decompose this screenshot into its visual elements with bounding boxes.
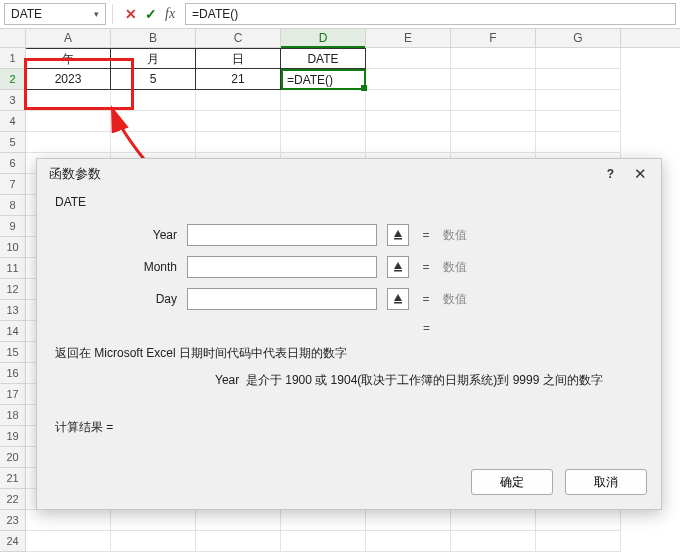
row-header[interactable]: 21: [0, 468, 26, 489]
close-icon[interactable]: ✕: [628, 165, 653, 183]
cell[interactable]: [536, 48, 621, 69]
col-header-d[interactable]: D: [281, 29, 366, 47]
arg-input-year[interactable]: [187, 224, 377, 246]
row-header[interactable]: 10: [0, 237, 26, 258]
row-header[interactable]: 7: [0, 174, 26, 195]
cell[interactable]: [451, 510, 536, 531]
chevron-down-icon[interactable]: ▾: [94, 9, 99, 19]
cell[interactable]: [26, 90, 111, 111]
row-header[interactable]: 16: [0, 363, 26, 384]
row-header[interactable]: 3: [0, 90, 26, 111]
name-box[interactable]: DATE ▾: [4, 3, 106, 25]
cell[interactable]: [366, 531, 451, 552]
cell[interactable]: DATE: [281, 48, 366, 69]
row-header[interactable]: 6: [0, 153, 26, 174]
cell[interactable]: [451, 132, 536, 153]
cell[interactable]: [111, 510, 196, 531]
select-all-corner[interactable]: [0, 29, 26, 47]
grid-row: 3: [0, 90, 680, 111]
row-header[interactable]: 1: [0, 48, 26, 69]
fill-handle[interactable]: [361, 85, 367, 91]
row-header[interactable]: 11: [0, 258, 26, 279]
help-button[interactable]: ?: [607, 167, 614, 181]
cell[interactable]: [281, 132, 366, 153]
cell[interactable]: [196, 531, 281, 552]
cell[interactable]: [111, 111, 196, 132]
cell[interactable]: [366, 510, 451, 531]
row-header[interactable]: 19: [0, 426, 26, 447]
row-header[interactable]: 20: [0, 447, 26, 468]
cell[interactable]: [536, 90, 621, 111]
cell[interactable]: [111, 531, 196, 552]
cell[interactable]: 2023: [26, 69, 111, 90]
cell[interactable]: [26, 111, 111, 132]
cell[interactable]: 年: [26, 48, 111, 69]
row-header[interactable]: 24: [0, 531, 26, 552]
arg-input-day[interactable]: [187, 288, 377, 310]
cell[interactable]: [26, 132, 111, 153]
ok-button[interactable]: 确定: [471, 469, 553, 495]
row-header[interactable]: 13: [0, 300, 26, 321]
row-header[interactable]: 2: [0, 69, 26, 90]
cell[interactable]: [26, 531, 111, 552]
row-header[interactable]: 17: [0, 384, 26, 405]
cell[interactable]: [281, 111, 366, 132]
accept-formula-icon[interactable]: ✓: [145, 6, 157, 22]
cell[interactable]: [366, 48, 451, 69]
cell[interactable]: [536, 132, 621, 153]
row-header[interactable]: 23: [0, 510, 26, 531]
row-header[interactable]: 8: [0, 195, 26, 216]
row-header[interactable]: 9: [0, 216, 26, 237]
cell[interactable]: [196, 510, 281, 531]
col-header-c[interactable]: C: [196, 29, 281, 47]
range-select-icon[interactable]: [387, 288, 409, 310]
fx-icon[interactable]: fx: [165, 6, 175, 22]
col-header-b[interactable]: B: [111, 29, 196, 47]
cell[interactable]: [281, 90, 366, 111]
cell[interactable]: [111, 132, 196, 153]
row-header[interactable]: 5: [0, 132, 26, 153]
row-header[interactable]: 22: [0, 489, 26, 510]
row-header[interactable]: 14: [0, 321, 26, 342]
cell[interactable]: [366, 69, 451, 90]
formula-input[interactable]: =DATE(): [185, 3, 676, 25]
cell[interactable]: [451, 531, 536, 552]
active-cell[interactable]: =DATE(): [281, 69, 366, 90]
cell[interactable]: [536, 69, 621, 90]
arg-input-month[interactable]: [187, 256, 377, 278]
cell[interactable]: 日: [196, 48, 281, 69]
cell[interactable]: [281, 510, 366, 531]
row-header[interactable]: 4: [0, 111, 26, 132]
cell[interactable]: [451, 90, 536, 111]
cell[interactable]: [196, 111, 281, 132]
col-header-a[interactable]: A: [26, 29, 111, 47]
cell[interactable]: 21: [196, 69, 281, 90]
cell[interactable]: [451, 111, 536, 132]
row-header[interactable]: 18: [0, 405, 26, 426]
range-select-icon[interactable]: [387, 256, 409, 278]
cancel-button[interactable]: 取消: [565, 469, 647, 495]
cell[interactable]: [451, 69, 536, 90]
cancel-formula-icon[interactable]: ✕: [125, 6, 137, 22]
cell[interactable]: 5: [111, 69, 196, 90]
cell[interactable]: [366, 111, 451, 132]
cell[interactable]: [536, 111, 621, 132]
cell[interactable]: [536, 531, 621, 552]
col-header-e[interactable]: E: [366, 29, 451, 47]
dialog-titlebar[interactable]: 函数参数 ? ✕: [37, 159, 661, 189]
cell[interactable]: [196, 132, 281, 153]
cell[interactable]: 月: [111, 48, 196, 69]
cell[interactable]: [196, 90, 281, 111]
col-header-g[interactable]: G: [536, 29, 621, 47]
cell[interactable]: [111, 90, 196, 111]
cell[interactable]: [366, 90, 451, 111]
cell[interactable]: [366, 132, 451, 153]
range-select-icon[interactable]: [387, 224, 409, 246]
cell[interactable]: [26, 510, 111, 531]
col-header-f[interactable]: F: [451, 29, 536, 47]
row-header[interactable]: 12: [0, 279, 26, 300]
cell[interactable]: [536, 510, 621, 531]
cell[interactable]: [281, 531, 366, 552]
row-header[interactable]: 15: [0, 342, 26, 363]
cell[interactable]: [451, 48, 536, 69]
